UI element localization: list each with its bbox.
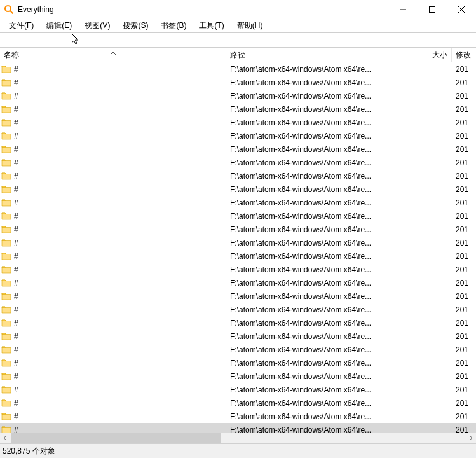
- horizontal-scrollbar[interactable]: [0, 433, 476, 443]
- menu-help[interactable]: 帮助(H): [231, 19, 269, 32]
- minimize-button[interactable]: [388, 0, 418, 19]
- list-item[interactable]: #F:\atom\atom-x64-windows\Atom x64\re...…: [0, 183, 476, 196]
- scroll-right-button[interactable]: [465, 433, 476, 443]
- file-name: #: [14, 92, 18, 101]
- list-item[interactable]: #F:\atom\atom-x64-windows\Atom x64\re...…: [0, 102, 476, 116]
- titlebar[interactable]: Everything: [0, 0, 476, 19]
- list-item[interactable]: #F:\atom\atom-x64-windows\Atom x64\re...…: [0, 196, 476, 209]
- list-item[interactable]: #F:\atom\atom-x64-windows\Atom x64\re...…: [0, 343, 476, 356]
- folder-icon: [1, 225, 11, 235]
- scroll-left-button[interactable]: [0, 433, 11, 443]
- file-name: #: [14, 198, 18, 207]
- column-header-name[interactable]: 名称: [0, 48, 226, 62]
- list-item[interactable]: #F:\atom\atom-x64-windows\Atom x64\re...…: [0, 76, 476, 89]
- list-item[interactable]: #F:\atom\atom-x64-windows\Atom x64\re...…: [0, 249, 476, 263]
- cell-name: #: [0, 412, 226, 422]
- file-name: #: [14, 105, 18, 114]
- cell-modified: 201: [452, 292, 471, 301]
- menu-file[interactable]: 文件(F): [3, 19, 40, 32]
- list-item[interactable]: #F:\atom\atom-x64-windows\Atom x64\re...…: [0, 156, 476, 169]
- list-item[interactable]: #F:\atom\atom-x64-windows\Atom x64\re...…: [0, 263, 476, 276]
- folder-icon: [1, 131, 11, 141]
- file-name: #: [14, 65, 18, 74]
- list-item[interactable]: #F:\atom\atom-x64-windows\Atom x64\re...…: [0, 169, 476, 183]
- list-item[interactable]: #F:\atom\atom-x64-windows\Atom x64\re...…: [0, 276, 476, 289]
- file-name: #: [14, 332, 18, 341]
- folder-icon: [1, 265, 11, 275]
- column-header-name-label: 名称: [4, 50, 19, 60]
- cell-name: #: [0, 131, 226, 141]
- file-name: #: [14, 426, 18, 433]
- list-item[interactable]: #F:\atom\atom-x64-windows\Atom x64\re...…: [0, 142, 476, 156]
- folder-icon: [1, 118, 11, 128]
- list-item[interactable]: #F:\atom\atom-x64-windows\Atom x64\re...…: [0, 410, 476, 423]
- menu-edit[interactable]: 编辑(E): [40, 19, 78, 32]
- list-item[interactable]: #F:\atom\atom-x64-windows\Atom x64\re...…: [0, 330, 476, 343]
- cell-path: F:\atom\atom-x64-windows\Atom x64\re...: [226, 145, 426, 154]
- folder-icon: [1, 184, 11, 195]
- cell-path: F:\atom\atom-x64-windows\Atom x64\re...: [226, 412, 426, 421]
- column-headers: 名称 路径 大小 修改: [0, 48, 476, 62]
- list-item[interactable]: #F:\atom\atom-x64-windows\Atom x64\re...…: [0, 116, 476, 129]
- list-item[interactable]: #F:\atom\atom-x64-windows\Atom x64\re...…: [0, 356, 476, 370]
- list-item[interactable]: #F:\atom\atom-x64-windows\Atom x64\re...…: [0, 129, 476, 142]
- menu-tools[interactable]: 工具(T): [193, 19, 230, 32]
- folder-icon: [1, 238, 11, 248]
- cell-path: F:\atom\atom-x64-windows\Atom x64\re...: [226, 172, 426, 181]
- scroll-track[interactable]: [11, 433, 465, 443]
- menu-bookmark[interactable]: 书签(B): [154, 19, 193, 32]
- cell-path: F:\atom\atom-x64-windows\Atom x64\re...: [226, 212, 426, 221]
- list-item[interactable]: #F:\atom\atom-x64-windows\Atom x64\re...…: [0, 303, 476, 316]
- column-header-modified-label: 修改: [456, 50, 471, 60]
- cell-modified: 201: [452, 132, 471, 141]
- column-header-modified[interactable]: 修改: [452, 48, 471, 62]
- scroll-thumb[interactable]: [11, 433, 221, 443]
- folder-icon: [1, 198, 11, 208]
- cell-path: F:\atom\atom-x64-windows\Atom x64\re...: [226, 65, 426, 74]
- results-list[interactable]: #F:\atom\atom-x64-windows\Atom x64\re...…: [0, 62, 476, 433]
- menu-view[interactable]: 视图(V): [78, 19, 116, 32]
- folder-icon: [1, 385, 11, 395]
- maximize-button[interactable]: [418, 0, 447, 19]
- cell-path: F:\atom\atom-x64-windows\Atom x64\re...: [226, 185, 426, 194]
- list-item[interactable]: #F:\atom\atom-x64-windows\Atom x64\re...…: [0, 62, 476, 76]
- cell-path: F:\atom\atom-x64-windows\Atom x64\re...: [226, 239, 426, 247]
- list-item[interactable]: #F:\atom\atom-x64-windows\Atom x64\re...…: [0, 383, 476, 396]
- folder-icon: [1, 158, 11, 168]
- menu-search[interactable]: 搜索(S): [116, 19, 154, 32]
- folder-icon: [1, 358, 11, 368]
- search-input[interactable]: [0, 33, 476, 47]
- file-name: #: [14, 78, 18, 87]
- cell-modified: 201: [452, 118, 471, 127]
- cell-name: #: [0, 238, 226, 248]
- cell-name: #: [0, 398, 226, 408]
- folder-icon: [1, 345, 11, 355]
- list-item[interactable]: #F:\atom\atom-x64-windows\Atom x64\re...…: [0, 223, 476, 236]
- cell-name: #: [0, 251, 226, 261]
- list-item[interactable]: #F:\atom\atom-x64-windows\Atom x64\re...…: [0, 396, 476, 410]
- file-name: #: [14, 399, 18, 408]
- cell-modified: 201: [452, 305, 471, 314]
- folder-icon: [1, 331, 11, 342]
- column-header-path[interactable]: 路径: [226, 48, 426, 62]
- list-item[interactable]: #F:\atom\atom-x64-windows\Atom x64\re...…: [0, 89, 476, 102]
- close-button[interactable]: [447, 0, 476, 19]
- folder-icon: [1, 251, 11, 261]
- cell-modified: 201: [452, 426, 471, 433]
- column-header-size[interactable]: 大小: [426, 48, 452, 62]
- cell-name: #: [0, 425, 226, 433]
- list-item[interactable]: #F:\atom\atom-x64-windows\Atom x64\re...…: [0, 236, 476, 249]
- cell-path: F:\atom\atom-x64-windows\Atom x64\re...: [226, 332, 426, 341]
- folder-icon: [1, 371, 11, 382]
- list-item[interactable]: #F:\atom\atom-x64-windows\Atom x64\re...…: [0, 316, 476, 330]
- list-item[interactable]: #F:\atom\atom-x64-windows\Atom x64\re...…: [0, 423, 476, 433]
- cell-path: F:\atom\atom-x64-windows\Atom x64\re...: [226, 292, 426, 301]
- list-item[interactable]: #F:\atom\atom-x64-windows\Atom x64\re...…: [0, 370, 476, 383]
- cell-path: F:\atom\atom-x64-windows\Atom x64\re...: [226, 359, 426, 368]
- cell-path: F:\atom\atom-x64-windows\Atom x64\re...: [226, 305, 426, 314]
- list-item[interactable]: #F:\atom\atom-x64-windows\Atom x64\re...…: [0, 289, 476, 303]
- list-item[interactable]: #F:\atom\atom-x64-windows\Atom x64\re...…: [0, 209, 476, 223]
- file-name: #: [14, 158, 18, 167]
- app-icon: [4, 4, 14, 15]
- folder-icon: [1, 425, 11, 433]
